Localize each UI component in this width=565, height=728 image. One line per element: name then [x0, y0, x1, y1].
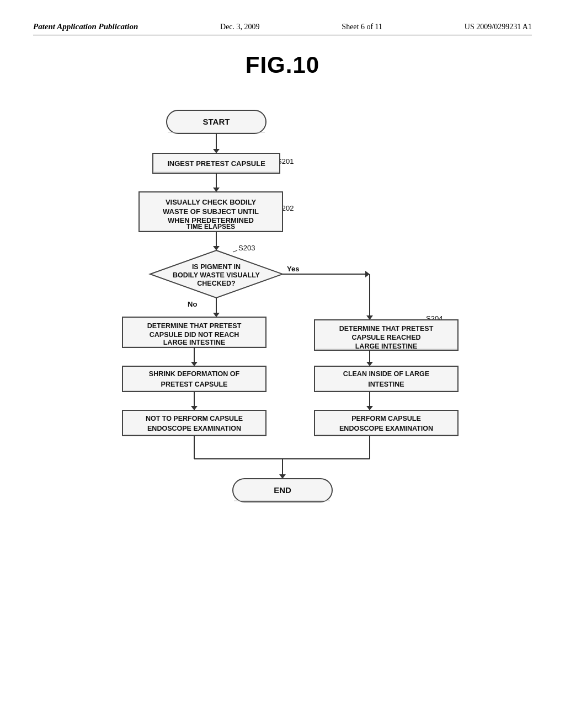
s202-line1: VISUALLY CHECK BODILY	[166, 198, 257, 206]
s201-text: INGEST PRETEST CAPSULE	[167, 159, 265, 168]
s202-line2: WASTE OF SUBJECT UNTIL	[163, 207, 259, 216]
s205-line1: CLEAN INSIDE OF LARGE	[343, 370, 429, 378]
header: Patent Application Publication Dec. 3, 2…	[33, 22, 532, 35]
page: Patent Application Publication Dec. 3, 2…	[0, 0, 565, 728]
s203-line1: IS PIGMENT IN	[192, 263, 241, 271]
header-sheet: Sheet 6 of 11	[342, 23, 382, 31]
end-label: END	[274, 485, 291, 495]
no-label: No	[188, 300, 197, 308]
header-publication-label: Patent Application Publication	[33, 22, 138, 31]
s203-line2: BODILY WASTE VISUALLY	[173, 271, 260, 279]
svg-marker-11	[213, 246, 220, 250]
flowchart-svg: START S201 INGEST PRETEST CAPSULE S202 V…	[67, 100, 498, 608]
figure-title: FIG.10	[33, 52, 532, 78]
s204-line2: CAPSULE REACHED	[351, 334, 420, 341]
svg-marker-33	[191, 406, 198, 410]
s209-line1: NOT TO PERFORM CAPSULE	[146, 415, 243, 422]
header-patent-number: US 2009/0299231 A1	[465, 23, 532, 31]
s205-line2: INTESTINE	[368, 381, 404, 388]
svg-marker-22	[366, 315, 373, 320]
svg-marker-3	[213, 149, 220, 153]
s207-line2: CAPSULE DID NOT REACH	[150, 331, 239, 339]
svg-line-12	[233, 250, 237, 252]
s207-line1: DETERMINE THAT PRETEST	[147, 322, 242, 330]
svg-marker-37	[366, 406, 373, 410]
svg-marker-45	[279, 474, 286, 479]
s206-line1: PERFORM CAPSULE	[351, 415, 421, 422]
svg-marker-29	[366, 362, 373, 366]
s202-line4: TIME ELAPSES	[186, 223, 235, 231]
s209-line2: ENDOSCOPE EXAMINATION	[147, 425, 241, 432]
s203-line3: CHECKED?	[197, 280, 235, 287]
s204-line1: DETERMINE THAT PRETEST	[339, 325, 434, 333]
s207-line3: LARGE INTESTINE	[163, 339, 226, 346]
svg-marker-17	[213, 313, 220, 317]
flowchart-container: START S201 INGEST PRETEST CAPSULE S202 V…	[33, 100, 532, 608]
yes-label: Yes	[287, 265, 299, 273]
step-s203-label: S203	[238, 244, 255, 252]
start-label: START	[203, 117, 230, 126]
svg-marker-25	[191, 362, 198, 366]
svg-marker-15	[365, 271, 370, 277]
s208-line1: SHRINK DEFORMATION OF	[149, 370, 240, 378]
s208-line2: PRETEST CAPSULE	[161, 381, 228, 388]
svg-marker-7	[213, 188, 220, 192]
header-date: Dec. 3, 2009	[220, 23, 260, 31]
s206-line2: ENDOSCOPE EXAMINATION	[339, 425, 433, 432]
